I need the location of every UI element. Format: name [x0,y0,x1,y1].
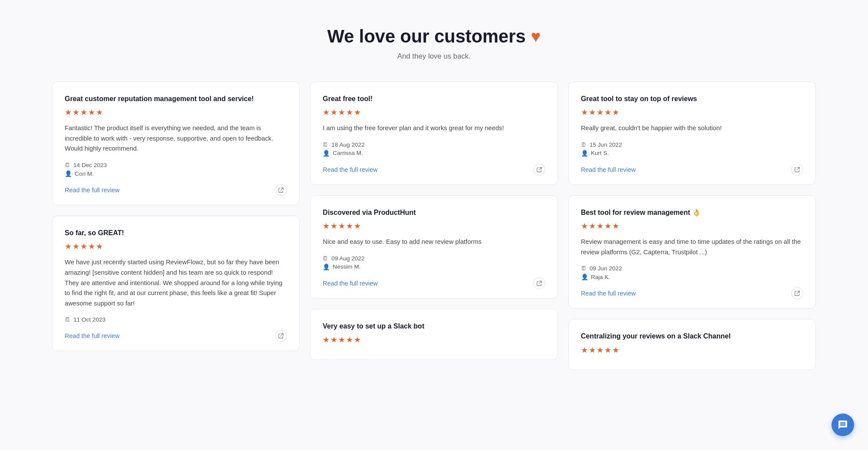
review-author-r7: 👤 Raja K. [581,273,803,280]
reviews-grid: Great customer reputation management too… [52,82,816,370]
review-stars-r5: ★★★★★ [323,335,545,345]
review-footer-r7: Read the full review [581,287,803,299]
review-footer-r6: Read the full review [581,164,803,176]
review-card-r5: Very easy to set up a Slack bot ★★★★★ [310,309,558,360]
review-footer-r4: Read the full review [323,277,545,289]
review-date-r3: 🗓 18 Aug 2022 [323,141,545,148]
review-meta-r1: 🗓 14 Dec 2023 👤 Cori M. [65,162,287,177]
review-stars-r2: ★★★★★ [65,242,287,251]
review-text-r2: We have just recently started using Revi… [65,257,287,309]
reviews-col-1: Great customer reputation management too… [52,82,300,351]
review-text-r1: Fantastic! The product itself is everyth… [65,123,287,154]
review-date-r2: 🗓 11 Oct 2023 [65,316,287,323]
review-title-r2: So far, so GREAT! [65,228,287,238]
external-link-icon-r6[interactable] [791,164,803,176]
review-title-r4: Discovered via ProductHunt [323,208,545,217]
calendar-icon-r7: 🗓 [581,265,587,272]
external-link-icon-r2[interactable] [275,330,287,342]
review-date-text-r3: 18 Aug 2022 [331,141,364,148]
review-meta-r7: 🗓 09 Jun 2022 👤 Raja K. [581,265,803,280]
review-author-text-r1: Cori M. [75,171,94,177]
review-stars-r1: ★★★★★ [65,108,287,117]
review-date-r1: 🗓 14 Dec 2023 [65,162,287,168]
reviews-col-2: Great free tool! ★★★★★ I am using the fr… [310,82,558,360]
title-text: We love our customers [327,26,526,47]
review-stars-r8: ★★★★★ [581,346,803,355]
calendar-icon-r2: 🗓 [65,316,71,323]
read-full-review-link-r7[interactable]: Read the full review [581,290,636,297]
review-author-r1: 👤 Cori M. [65,170,287,177]
review-author-r4: 👤 Nessim M. [323,263,545,270]
read-full-review-link-r2[interactable]: Read the full review [65,332,119,339]
review-meta-r6: 🗓 15 Jun 2022 👤 Kurt S. [581,141,803,157]
page-header: We love our customers ♥ And they love us… [52,26,816,61]
review-card-r8: Centralizing your reviews on a Slack Cha… [568,319,816,370]
review-meta-r3: 🗓 18 Aug 2022 👤 Carrissa M. [323,141,545,157]
review-title-r5: Very easy to set up a Slack bot [323,322,545,331]
review-date-r4: 🗓 09 Aug 2022 [323,255,545,262]
review-footer-r3: Read the full review [323,164,545,176]
review-stars-r6: ★★★★★ [581,108,803,117]
chat-bubble-button[interactable] [832,414,854,436]
review-card-r3: Great free tool! ★★★★★ I am using the fr… [310,82,558,185]
review-text-r7: Review management is easy and time to ti… [581,237,803,257]
review-title-r7: Best tool for review management 👌 [581,208,803,217]
review-date-text-r7: 09 Jun 2022 [590,265,622,272]
review-author-text-r3: Carrissa M. [333,150,363,156]
review-title-r6: Great tool to stay on top of reviews [581,94,803,104]
review-date-text-r1: 14 Dec 2023 [73,162,107,168]
review-text-r6: Really great, couldn't be happier with t… [581,123,803,134]
review-author-r3: 👤 Carrissa M. [323,150,545,157]
review-stars-r3: ★★★★★ [323,108,545,117]
user-icon-r3: 👤 [323,150,330,157]
review-card-r2: So far, so GREAT! ★★★★★ We have just rec… [52,216,300,351]
review-stars-r4: ★★★★★ [323,222,545,231]
review-date-r6: 🗓 15 Jun 2022 [581,141,803,148]
review-card-r7: Best tool for review management 👌 ★★★★★ … [568,195,816,309]
read-full-review-link-r3[interactable]: Read the full review [323,166,377,173]
review-footer-r1: Read the full review [65,184,287,196]
external-link-icon-r7[interactable] [791,287,803,299]
review-footer-r2: Read the full review [65,330,287,342]
read-full-review-link-r6[interactable]: Read the full review [581,166,636,173]
review-text-r3: I am using the free forever plan and it … [323,123,545,134]
read-full-review-link-r4[interactable]: Read the full review [323,280,377,287]
review-meta-r4: 🗓 09 Aug 2022 👤 Nessim M. [323,255,545,270]
calendar-icon-r6: 🗓 [581,141,587,148]
user-icon-r4: 👤 [323,263,330,270]
heart-icon: ♥ [531,27,541,46]
review-author-r6: 👤 Kurt S. [581,150,803,157]
user-icon-r7: 👤 [581,273,588,280]
user-icon-r6: 👤 [581,150,588,157]
reviews-col-3: Great tool to stay on top of reviews ★★★… [568,82,816,370]
review-text-r4: Nice and easy to use. Easy to add new re… [323,237,545,247]
review-card-r1: Great customer reputation management too… [52,82,300,205]
calendar-icon-r3: 🗓 [323,141,329,148]
review-author-text-r7: Raja K. [591,274,611,280]
review-stars-r7: ★★★★★ [581,222,803,231]
external-link-icon-r3[interactable] [533,164,545,176]
user-icon-r1: 👤 [65,170,72,177]
review-title-r1: Great customer reputation management too… [65,94,287,104]
review-title-r8: Centralizing your reviews on a Slack Cha… [581,332,803,341]
read-full-review-link-r1[interactable]: Read the full review [65,187,119,194]
review-author-text-r6: Kurt S. [591,150,609,156]
external-link-icon-r1[interactable] [275,184,287,196]
review-meta-r2: 🗓 11 Oct 2023 [65,316,287,323]
review-date-r7: 🗓 09 Jun 2022 [581,265,803,272]
review-date-text-r2: 11 Oct 2023 [73,316,106,323]
review-card-r4: Discovered via ProductHunt ★★★★★ Nice an… [310,195,558,299]
page-subtitle: And they love us back. [52,52,816,61]
calendar-icon-r4: 🗓 [323,255,329,262]
review-card-r6: Great tool to stay on top of reviews ★★★… [568,82,816,185]
page-title: We love our customers ♥ [52,26,816,47]
review-title-r3: Great free tool! [323,94,545,104]
calendar-icon-r1: 🗓 [65,162,71,168]
external-link-icon-r4[interactable] [533,277,545,289]
review-author-text-r4: Nessim M. [333,263,360,270]
review-date-text-r6: 15 Jun 2022 [590,141,622,148]
review-date-text-r4: 09 Aug 2022 [331,255,364,262]
